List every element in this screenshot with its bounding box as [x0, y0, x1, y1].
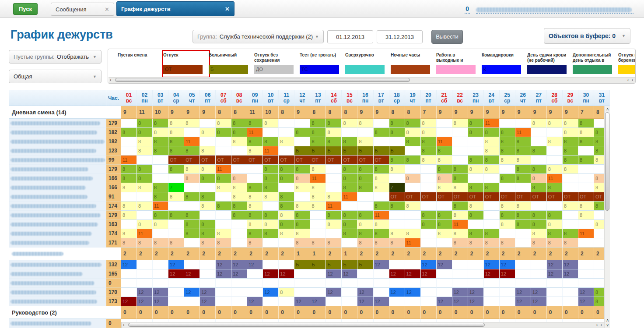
- schedule-cell[interactable]: [578, 165, 594, 174]
- schedule-cell[interactable]: 12: [231, 269, 247, 279]
- schedule-cell[interactable]: 12: [342, 269, 357, 279]
- schedule-cell[interactable]: [310, 288, 326, 297]
- schedule-cell[interactable]: 8: [437, 174, 452, 183]
- schedule-cell[interactable]: 11: [515, 128, 531, 137]
- schedule-cell[interactable]: [484, 297, 500, 306]
- schedule-cell[interactable]: [405, 183, 421, 192]
- schedule-cell[interactable]: [515, 260, 531, 269]
- schedule-cell[interactable]: 8: [168, 146, 184, 156]
- schedule-cell[interactable]: 8: [137, 220, 153, 229]
- schedule-cell[interactable]: 7: [389, 183, 405, 192]
- schedule-cell[interactable]: [279, 183, 294, 192]
- schedule-cell[interactable]: 8: [326, 137, 342, 146]
- schedule-cell[interactable]: 8: [531, 174, 547, 183]
- schedule-cell[interactable]: 8: [531, 119, 547, 128]
- schedule-cell[interactable]: [153, 156, 168, 165]
- schedule-cell[interactable]: 12: [452, 288, 468, 297]
- schedule-cell[interactable]: 12: [216, 260, 231, 269]
- legend-item[interactable]: Отпуск пберемен: [618, 51, 636, 76]
- schedule-cell[interactable]: 8: [500, 146, 515, 156]
- schedule-cell[interactable]: 8: [121, 229, 137, 238]
- schedule-cell[interactable]: 8: [374, 229, 389, 238]
- scroll-right-icon[interactable]: ›: [632, 78, 633, 83]
- schedule-cell[interactable]: 8: [578, 137, 594, 146]
- schedule-cell[interactable]: [137, 211, 153, 220]
- schedule-cell[interactable]: 8: [137, 137, 153, 146]
- schedule-cell[interactable]: [374, 119, 389, 128]
- schedule-cell[interactable]: [452, 156, 468, 165]
- schedule-cell[interactable]: [310, 279, 326, 288]
- schedule-cell[interactable]: 12: [137, 297, 153, 306]
- schedule-cell[interactable]: ОТ: [515, 192, 531, 202]
- schedule-cell[interactable]: 8: [405, 137, 421, 146]
- schedule-cell[interactable]: [374, 137, 389, 146]
- schedule-cell[interactable]: [531, 156, 547, 165]
- employee-name-cell[interactable]: [9, 137, 106, 146]
- schedule-cell[interactable]: 8: [168, 165, 184, 174]
- schedule-cell[interactable]: 8: [184, 174, 200, 183]
- schedule-cell[interactable]: ОТ: [216, 156, 231, 165]
- group-name-cell[interactable]: [9, 248, 106, 260]
- schedule-cell[interactable]: 8: [374, 202, 389, 211]
- schedule-cell[interactable]: [500, 229, 515, 238]
- schedule-cell[interactable]: 8: [153, 238, 168, 248]
- schedule-cell[interactable]: ОТ: [437, 192, 452, 202]
- tab-duty-schedule[interactable]: График дежурств ✕: [116, 1, 234, 16]
- schedule-cell[interactable]: 8: [200, 202, 216, 211]
- schedule-cell[interactable]: [279, 279, 294, 288]
- schedule-cell[interactable]: [216, 146, 231, 156]
- schedule-cell[interactable]: 12: [121, 260, 137, 269]
- schedule-cell[interactable]: [247, 174, 263, 183]
- schedule-cell[interactable]: 8: [578, 128, 594, 137]
- schedule-cell[interactable]: [168, 279, 184, 288]
- schedule-cell[interactable]: [184, 202, 200, 211]
- schedule-cell[interactable]: [421, 183, 437, 192]
- schedule-cell[interactable]: 12: [168, 260, 184, 269]
- employee-name-cell[interactable]: [9, 269, 106, 279]
- employee-name-cell[interactable]: [9, 238, 106, 248]
- schedule-cell[interactable]: [279, 297, 294, 306]
- schedule-cell[interactable]: 11: [216, 165, 231, 174]
- schedule-cell[interactable]: [137, 279, 153, 288]
- schedule-cell[interactable]: 8: [294, 229, 310, 238]
- schedule-cell[interactable]: [468, 174, 484, 183]
- schedule-cell[interactable]: 8: [263, 174, 279, 183]
- schedule-cell[interactable]: 8: [168, 238, 184, 248]
- schedule-cell[interactable]: 8: [468, 128, 484, 137]
- schedule-cell[interactable]: [484, 211, 500, 220]
- schedule-cell[interactable]: 12: [200, 288, 216, 297]
- schedule-cell[interactable]: ОТ: [484, 192, 500, 202]
- employee-name-cell[interactable]: [9, 211, 106, 220]
- schedule-cell[interactable]: 8: [153, 220, 168, 229]
- schedule-cell[interactable]: [216, 220, 231, 229]
- legend-item[interactable]: БольничныйБ: [209, 51, 254, 76]
- schedule-cell[interactable]: [468, 269, 484, 279]
- schedule-cell[interactable]: [421, 202, 437, 211]
- schedule-cell[interactable]: 12: [484, 269, 500, 279]
- buffer-select[interactable]: Объектов в буфере: 0 ▼: [544, 28, 630, 44]
- schedule-cell[interactable]: 8: [547, 119, 563, 128]
- schedule-cell[interactable]: 8: [216, 183, 231, 192]
- schedule-cell[interactable]: [216, 211, 231, 220]
- schedule-cell[interactable]: [200, 269, 216, 279]
- schedule-cell[interactable]: 8: [216, 119, 231, 128]
- schedule-cell[interactable]: 12: [547, 260, 563, 269]
- schedule-cell[interactable]: 8: [563, 165, 578, 174]
- schedule-cell[interactable]: [357, 192, 373, 202]
- schedule-cell[interactable]: 8: [231, 119, 247, 128]
- schedule-cell[interactable]: [168, 202, 184, 211]
- schedule-cell[interactable]: 12: [500, 260, 515, 269]
- schedule-cell[interactable]: [231, 220, 247, 229]
- schedule-cell[interactable]: 8: [578, 202, 594, 211]
- schedule-cell[interactable]: [468, 220, 484, 229]
- schedule-cell[interactable]: 8: [263, 220, 279, 229]
- schedule-cell[interactable]: 8: [405, 119, 421, 128]
- schedule-cell[interactable]: [216, 192, 231, 202]
- schedule-cell[interactable]: 8: [357, 174, 373, 183]
- schedule-cell[interactable]: [515, 119, 531, 128]
- schedule-cell[interactable]: [452, 128, 468, 137]
- schedule-cell[interactable]: 8: [184, 229, 200, 238]
- schedule-cell[interactable]: 8: [247, 119, 263, 128]
- schedule-cell[interactable]: [389, 211, 405, 220]
- schedule-cell[interactable]: 8: [389, 229, 405, 238]
